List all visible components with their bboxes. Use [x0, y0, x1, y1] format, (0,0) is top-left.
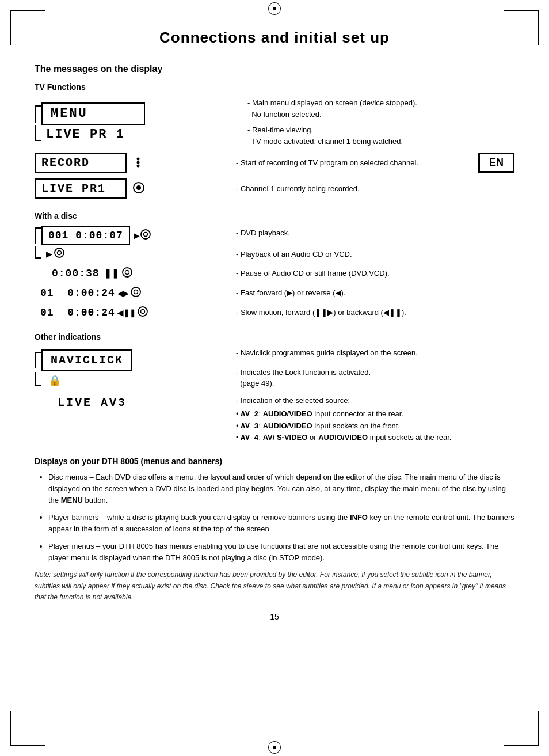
corner-decoration-tr: [504, 10, 539, 45]
display-ff-time: 01 0:00:24: [40, 287, 115, 299]
display-naviclick: NAVICLICK: [41, 349, 132, 371]
tv-functions-heading: TV Functions: [35, 82, 514, 92]
displays-section: Displays on your DTH 8005 (menus and ban…: [35, 457, 514, 603]
fwd-icon: ▶: [123, 289, 129, 298]
bullet-player-menus: Player menus – your DTH 8005 has menus e…: [48, 541, 514, 564]
pause-symbol: ❚❚: [104, 268, 119, 279]
top-binding-circle: [268, 2, 281, 15]
desc-live-av3: - Indication of the selected source: • A…: [230, 395, 514, 444]
gear-icon-cd: [54, 247, 65, 261]
record-dots-icon: [132, 156, 144, 170]
display-live-pr1-rec: LIVE PR1: [35, 178, 127, 199]
svg-point-12: [134, 290, 138, 294]
disc-row-ff: 01 0:00:24 ◀ ▶ - Fast forward (▶) or rev…: [35, 286, 514, 300]
desc-pause: - Pause of Audio CD or still frame (DVD,…: [230, 268, 514, 279]
disc-section: With a disc 001 0:00:07 ▶: [35, 211, 514, 320]
desc-record: - Start of recording of TV program on se…: [230, 157, 472, 169]
bullet-disc-menus: Disc menus – Each DVD disc offers a menu…: [48, 472, 514, 506]
disc-row-slow: 01 0:00:24 ◀❚❚ - Slow motion, forward (❚…: [35, 306, 514, 320]
corner-decoration-bl: [10, 711, 45, 746]
svg-point-4: [136, 185, 141, 190]
slow-fwd-icon: ◀❚❚: [117, 309, 136, 317]
tv-row-menu: MENU LIVE PR 1 - Main menu displayed on …: [35, 97, 514, 147]
svg-point-2: [137, 164, 140, 167]
display-dvd-timecode: 001 0:00:07: [41, 226, 130, 245]
page-number: 15: [35, 612, 514, 621]
svg-point-10: [125, 271, 129, 275]
gear-icon-slow: [137, 306, 148, 320]
svg-point-8: [58, 251, 62, 255]
svg-point-9: [123, 268, 132, 277]
svg-point-13: [138, 307, 147, 316]
svg-point-1: [137, 161, 140, 164]
note-text: Note: settings will only function if the…: [35, 569, 514, 603]
record-circle-icon: [132, 181, 145, 196]
tv-row-record: RECORD - Start of recording of TV progra…: [35, 153, 514, 173]
display-menu: MENU: [41, 102, 145, 125]
bottom-binding-circle: [268, 741, 281, 754]
svg-point-5: [141, 230, 150, 239]
svg-point-7: [55, 248, 64, 257]
display-live-av3: LIVE AV3: [58, 396, 127, 409]
gear-icon-ff: [130, 286, 142, 300]
desc-dvd-rows: - DVD playback. - Playback of an Audio C…: [230, 227, 514, 260]
section-heading-messages: The messages on the display: [35, 64, 514, 74]
corner-decoration-tl: [10, 10, 45, 45]
desc-live-pr1: - Channel 1 currently being recorded.: [230, 183, 514, 195]
svg-point-0: [137, 157, 140, 160]
other-indications-section: Other indications NAVICLICK 🔒: [35, 332, 514, 444]
tv-row-live-pr1: LIVE PR1 - Channel 1 currently being rec…: [35, 178, 514, 199]
display-live-pr1: LIVE PR 1: [46, 127, 125, 142]
corner-decoration-br: [504, 711, 539, 746]
gear-icon-dvd: [140, 229, 151, 242]
play-arrow-icon-2: ▶: [46, 249, 52, 259]
rev-icon: ◀: [117, 289, 123, 298]
disc-section-heading: With a disc: [35, 211, 514, 221]
disc-row-dvd: 001 0:00:07 ▶ ▶: [35, 226, 514, 261]
svg-point-11: [131, 287, 140, 297]
displays-bullets: Disc menus – Each DVD disc offers a menu…: [35, 472, 514, 564]
disc-row-pause: 0:00:38 ❚❚ - Pause of Audio CD or still …: [35, 267, 514, 280]
displays-heading: Displays on your DTH 8005 (menus and ban…: [35, 457, 514, 466]
en-language-badge: EN: [478, 153, 514, 173]
page-title: Connections and initial set up: [35, 29, 514, 47]
display-record: RECORD: [35, 153, 127, 173]
desc-menu: - Main menu displayed on screen (device …: [242, 97, 514, 147]
lock-icon: 🔒: [48, 374, 61, 387]
desc-ff: - Fast forward (▶) or reverse (◀).: [230, 287, 514, 299]
display-pause-time: 0:00:38: [52, 268, 100, 279]
svg-point-14: [140, 310, 144, 314]
display-slow-time: 01 0:00:24: [40, 307, 115, 318]
play-arrow-icon: ▶: [134, 231, 140, 240]
desc-naviclick-rows: - Naviclick programmes guide displayed o…: [230, 347, 514, 389]
gear-icon-pause: [121, 267, 133, 280]
svg-point-6: [143, 233, 147, 237]
bullet-player-banners: Player banners – while a disc is playing…: [48, 512, 514, 535]
other-indications-heading: Other indications: [35, 332, 514, 341]
other-row-live-av3: LIVE AV3 - Indication of the selected so…: [35, 395, 514, 444]
tv-functions-section: TV Functions MENU LIVE PR 1: [35, 82, 514, 199]
other-row-naviclick: NAVICLICK 🔒 - Naviclick programmes guide…: [35, 347, 514, 389]
desc-slow: - Slow motion, forward (❚❚▶) or backward…: [230, 307, 514, 318]
